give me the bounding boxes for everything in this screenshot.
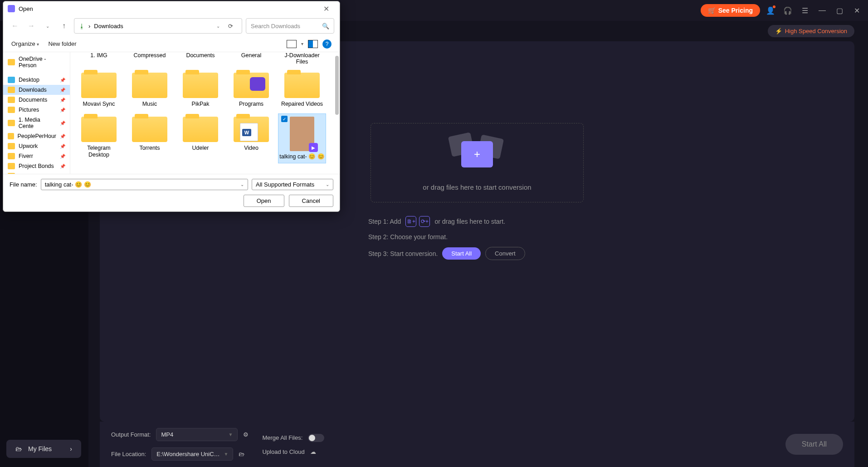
folder-icon [8, 87, 15, 93]
cancel-button[interactable]: Cancel [289, 195, 333, 207]
maximize-icon[interactable]: ▢ [833, 4, 846, 17]
item-label: talking cat- 😊 😊 [279, 153, 324, 160]
chevron-down-icon: ▼ [224, 452, 228, 457]
user-icon[interactable]: 👤 [764, 4, 777, 17]
menu-icon[interactable]: ☰ [798, 4, 812, 17]
close-icon[interactable]: ✕ [850, 4, 863, 17]
settings-gear-icon[interactable]: ⚙ [243, 431, 249, 438]
open-button[interactable]: Open [244, 195, 284, 207]
scrollbar[interactable] [335, 56, 339, 115]
step-1: Step 1: Add 🗎+ ⟳+ or drag files here to … [368, 216, 586, 227]
minimize-icon[interactable]: — [815, 4, 829, 17]
tree-item-upwork[interactable]: Upwork📌 [3, 141, 70, 151]
view-dropdown[interactable]: ▾ [301, 41, 303, 46]
nav-back-button[interactable]: ← [9, 20, 21, 32]
tree-item-peopleperhour[interactable]: PeoplePerHour📌 [3, 131, 70, 141]
folder-icon [132, 117, 167, 142]
output-format-select[interactable]: MP4 ▼ [156, 428, 238, 441]
folder-item[interactable]: Programs [227, 69, 275, 111]
new-folder-button[interactable]: New folder [48, 40, 76, 47]
tree-item-label: Downloads [19, 87, 47, 93]
help-icon[interactable]: ? [322, 39, 332, 49]
folder-item[interactable]: Video [227, 113, 275, 163]
search-input[interactable]: Search Downloads 🔍 [246, 18, 334, 34]
support-icon[interactable]: 🎧 [781, 4, 795, 17]
start-all-step-button[interactable]: Start All [442, 247, 481, 260]
dropzone[interactable]: + or drag files here to start conversion [371, 123, 584, 202]
preview-pane-icon[interactable] [308, 40, 318, 48]
cloud-icon[interactable]: ☁ [310, 448, 316, 455]
format-filter-select[interactable]: All Supported Formats ⌄ [252, 179, 333, 190]
add-folder-icon-button[interactable]: ⟳+ [419, 216, 430, 227]
folder-item[interactable]: Udeler [176, 113, 224, 163]
folder-item[interactable]: J-Downloader Files [278, 52, 326, 65]
address-bar[interactable]: ⭳ › Downloads ⌄ ⟳ [74, 18, 242, 34]
nav-forward-button[interactable]: → [25, 20, 38, 32]
folder-icon [183, 73, 218, 98]
folder-item[interactable]: Torrents [126, 113, 174, 163]
step3-label: Step 3: Start conversion. [368, 250, 438, 257]
tree-item-1-media-cente[interactable]: 1. Media Cente📌 [3, 115, 70, 131]
filename-input[interactable]: talking cat- 😊 😊 ⌄ [41, 179, 248, 190]
refresh-button[interactable]: ⟳ [224, 23, 237, 29]
tree-item-fiverr[interactable]: Fiverr📌 [3, 151, 70, 161]
item-label: Movavi Sync [83, 101, 115, 108]
folder-item[interactable]: Music [126, 69, 174, 111]
pin-icon: 📌 [60, 78, 65, 83]
my-files-button[interactable]: 🗁 My Files › [6, 440, 81, 458]
nav-up-button[interactable]: ↑ [58, 20, 70, 32]
item-label: Music [142, 101, 157, 108]
view-mode-icon[interactable] [287, 40, 297, 48]
tree-item-downloads[interactable]: Downloads📌 [3, 85, 70, 95]
steps-panel: Step 1: Add 🗎+ ⟳+ or drag files here to … [368, 216, 586, 266]
file-location-select[interactable]: E:\Wondershare UniConverter 1 ▼ [151, 447, 233, 461]
nav-recent-dropdown[interactable]: ⌄ [41, 20, 54, 32]
convert-step-button[interactable]: Convert [485, 247, 525, 260]
folder-item[interactable]: Documents [176, 52, 224, 65]
folder-item[interactable]: Movavi Sync [75, 69, 123, 111]
checkbox-icon: ✓ [281, 116, 288, 122]
folder-icon [132, 73, 167, 98]
item-label: Programs [239, 101, 263, 108]
dialog-close-button[interactable]: ✕ [317, 2, 335, 15]
notification-dot [773, 5, 775, 8]
pin-icon: 📌 [60, 134, 65, 139]
tree-item-label: Fiverr [19, 153, 33, 159]
file-item-selected[interactable]: ✓ ▶ talking cat- 😊 😊 [278, 113, 326, 163]
start-all-button[interactable]: Start All [785, 434, 843, 455]
tree-item-pictures[interactable]: Pictures📌 [3, 105, 70, 115]
chevron-down-icon: ⌄ [240, 182, 244, 187]
high-speed-label: High Speed Conversion [785, 28, 847, 34]
search-icon: 🔍 [322, 23, 329, 29]
open-folder-icon[interactable]: 🗁 [239, 451, 244, 457]
merge-toggle[interactable] [308, 434, 324, 442]
folder-item[interactable]: General [227, 52, 275, 65]
add-file-icon-button[interactable]: 🗎+ [405, 216, 416, 227]
folder-icon [234, 73, 269, 98]
add-folder-icon: + [461, 141, 493, 167]
dialog-footer: File name: talking cat- 😊 😊 ⌄ All Suppor… [3, 174, 340, 211]
folder-item[interactable]: Repaired Videos [278, 69, 326, 111]
folder-icon [8, 59, 15, 65]
path-separator: › [88, 23, 90, 29]
folder-item[interactable]: Telegram Desktop [75, 113, 123, 163]
organize-menu[interactable]: Organize ▾ [11, 40, 39, 47]
download-icon: ⭳ [79, 23, 85, 29]
tree-item-onedrive-person[interactable]: OneDrive - Person [3, 54, 70, 70]
item-label: Udeler [192, 145, 209, 152]
high-speed-toggle[interactable]: ⚡ High Speed Conversion [768, 25, 854, 37]
folder-item[interactable]: 1. IMG [75, 52, 123, 65]
folder-icon [8, 163, 15, 169]
tree-item-desktop[interactable]: Desktop📌 [3, 75, 70, 85]
folder-item[interactable]: Compressed [126, 52, 174, 65]
tree-item-label: 1. Media Cente [19, 117, 56, 129]
dialog-toolbar: Organize ▾ New folder ▾ ? [3, 36, 340, 52]
tree-item-label: Desktop [19, 77, 39, 83]
upload-cloud-label: Upload to Cloud [262, 448, 304, 455]
tree-item-documents[interactable]: Documents📌 [3, 95, 70, 105]
lightning-icon: ⚡ [775, 28, 782, 34]
see-pricing-button[interactable]: 🛒 See Pricing [701, 4, 760, 17]
pin-icon: 📌 [60, 108, 65, 113]
tree-item-project-bonds[interactable]: Project Bonds📌 [3, 161, 70, 171]
folder-item[interactable]: PikPak [176, 69, 224, 111]
